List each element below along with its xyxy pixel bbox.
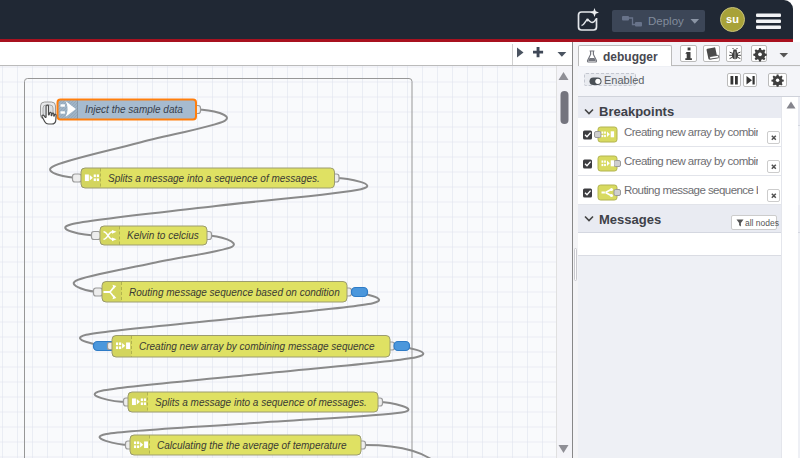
svg-text:Routing message sequence based: Routing message sequence based on condit…: [129, 287, 340, 298]
svg-text:Inject the sample data: Inject the sample data: [85, 104, 183, 115]
svg-text:Calculating the the average of: Calculating the the average of temperatu…: [157, 440, 347, 451]
svg-text:Kelvin to celcius: Kelvin to celcius: [127, 230, 199, 241]
svg-text:Creating new array by combinin: Creating new array by combining message …: [139, 341, 375, 352]
svg-text:Splits a message into a sequen: Splits a message into a sequence of mess…: [155, 397, 367, 408]
svg-text:Splits a message into a sequen: Splits a message into a sequence of mess…: [108, 173, 320, 184]
